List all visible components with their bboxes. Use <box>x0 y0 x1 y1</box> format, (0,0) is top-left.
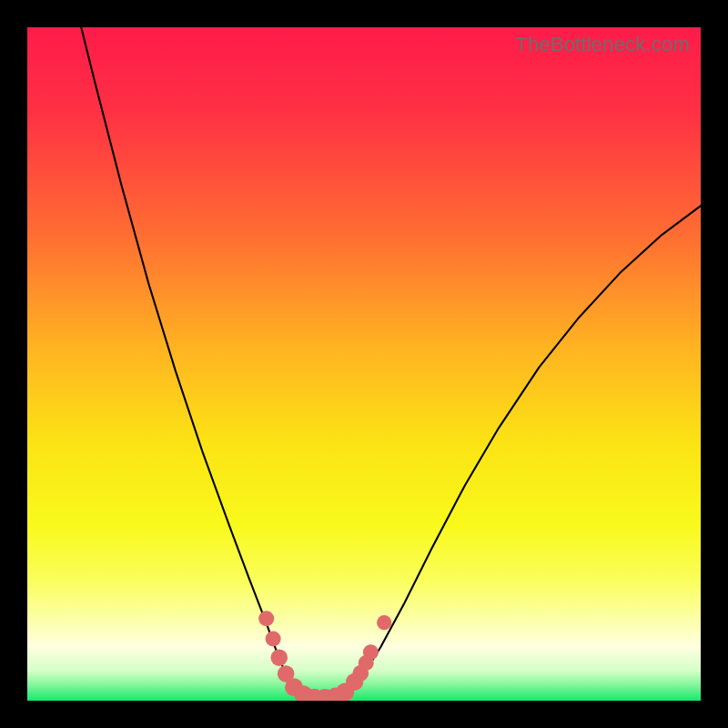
curve-marker <box>377 615 391 630</box>
curve-markers <box>258 611 391 701</box>
curve-marker <box>258 611 274 626</box>
curve-marker <box>271 649 288 666</box>
chart-svg <box>27 27 701 701</box>
curve-marker <box>266 631 281 646</box>
watermark-text: TheBottleneck.com <box>515 33 690 56</box>
chart-frame: TheBottleneck.com <box>0 0 728 728</box>
plot-area: TheBottleneck.com <box>27 27 701 701</box>
curve-marker <box>363 644 379 660</box>
bottleneck-curve <box>81 27 701 700</box>
